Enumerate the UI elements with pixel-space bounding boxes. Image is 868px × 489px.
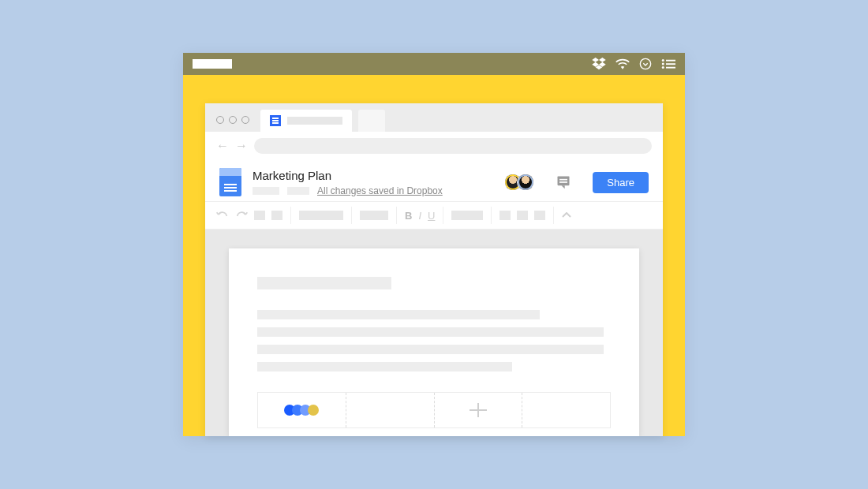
collaborator-avatars	[509, 174, 534, 191]
minimize-window-icon[interactable]	[229, 116, 237, 124]
wifi-icon[interactable]	[615, 58, 630, 69]
browser-tab-active[interactable]	[260, 110, 352, 132]
tab-title-placeholder	[287, 117, 342, 125]
address-bar[interactable]	[254, 138, 652, 154]
docs-favicon-icon	[270, 115, 281, 126]
clock-icon[interactable]	[639, 58, 652, 70]
redo-icon[interactable]	[235, 208, 248, 222]
toolbar-placeholder[interactable]	[534, 211, 545, 220]
italic-button[interactable]: I	[418, 210, 421, 222]
share-button[interactable]: Share	[593, 172, 649, 193]
toolbar-placeholder[interactable]	[451, 211, 483, 220]
menu-placeholder[interactable]	[287, 187, 309, 195]
docs-app-icon[interactable]	[219, 168, 241, 196]
system-menu-placeholder	[193, 59, 232, 69]
maximize-window-icon[interactable]	[241, 116, 249, 124]
toolbar-placeholder[interactable]	[271, 211, 282, 220]
svg-rect-6	[666, 67, 675, 69]
system-tray	[592, 58, 675, 70]
toolbar-placeholder[interactable]	[360, 211, 388, 220]
document-title[interactable]: Marketing Plan	[253, 169, 498, 182]
svg-rect-9	[559, 181, 567, 183]
close-window-icon[interactable]	[216, 116, 224, 124]
timeline-markers	[284, 405, 319, 416]
svg-point-1	[662, 59, 664, 62]
document-header: Marketing Plan All changes saved in Drop…	[205, 160, 663, 201]
svg-point-5	[662, 66, 664, 69]
toolbar-placeholder[interactable]	[517, 211, 528, 220]
content-placeholder	[257, 310, 540, 319]
toolbar-collapse-icon[interactable]	[562, 210, 571, 221]
save-status[interactable]: All changes saved in Dropbox	[317, 185, 443, 196]
app-window: ← → Marketing Plan All changes saved in …	[183, 53, 685, 436]
timeline-widget[interactable]	[257, 392, 611, 428]
window-controls	[216, 116, 254, 132]
dropbox-icon[interactable]	[592, 58, 606, 70]
svg-rect-2	[666, 60, 675, 62]
browser-tabstrip	[205, 103, 663, 132]
content-placeholder	[257, 362, 512, 371]
list-icon[interactable]	[661, 58, 675, 69]
undo-icon[interactable]	[216, 208, 229, 222]
svg-point-3	[662, 63, 664, 65]
svg-rect-4	[666, 63, 675, 65]
document-canvas	[205, 230, 663, 436]
document-page[interactable]	[229, 248, 639, 436]
svg-rect-7	[558, 177, 570, 186]
comments-icon[interactable]	[555, 174, 572, 191]
toolbar-placeholder[interactable]	[299, 211, 343, 220]
svg-rect-8	[559, 179, 567, 181]
document-meta: Marketing Plan All changes saved in Drop…	[253, 169, 498, 196]
content-placeholder	[257, 327, 604, 337]
avatar[interactable]	[517, 174, 534, 191]
menu-placeholder[interactable]	[253, 187, 279, 195]
toolbar-placeholder[interactable]	[499, 211, 511, 220]
nav-back-icon[interactable]: ←	[216, 140, 229, 152]
toolbar-placeholder[interactable]	[254, 211, 265, 220]
content-placeholder	[257, 277, 391, 289]
browser-toolbar: ← →	[205, 132, 663, 160]
underline-button[interactable]: U	[428, 210, 435, 222]
formatting-toolbar: B I U	[205, 201, 663, 230]
browser-tab-new[interactable]	[358, 110, 385, 132]
content-placeholder	[257, 345, 604, 354]
svg-point-0	[640, 58, 650, 69]
system-menu-bar	[183, 53, 685, 75]
bold-button[interactable]: B	[405, 210, 412, 222]
browser-window: ← → Marketing Plan All changes saved in …	[205, 103, 663, 436]
nav-forward-icon[interactable]: →	[235, 140, 248, 152]
